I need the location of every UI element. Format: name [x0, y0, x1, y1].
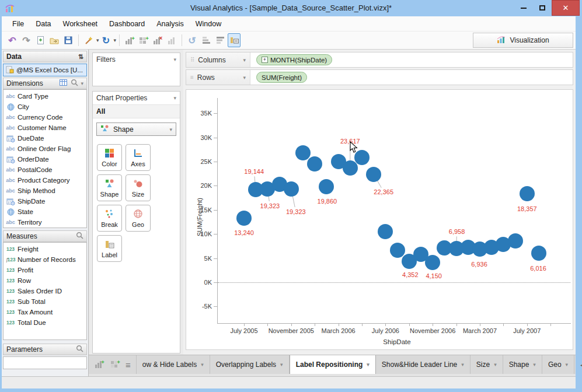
data-source-item[interactable]: @MS Excel Docs [U... — [3, 64, 87, 76]
rows-shelf-label[interactable]: ≡ Rows ▾ — [186, 70, 250, 85]
data-point-label[interactable]: 6,936 — [471, 261, 487, 268]
measure-field[interactable]: 123Tax Amount — [4, 307, 86, 317]
add-dashboard-icon[interactable]: + — [137, 33, 150, 47]
data-point[interactable] — [508, 233, 523, 249]
property-dropdown[interactable]: Shape ▾ — [96, 123, 176, 136]
measure-field[interactable]: 123Sales Order ID — [4, 286, 86, 296]
data-point[interactable] — [284, 181, 299, 197]
data-point[interactable] — [390, 243, 405, 258]
geo-property-button[interactable]: Geo — [126, 205, 151, 232]
data-point[interactable] — [366, 167, 381, 182]
data-point-label[interactable]: 6,016 — [530, 265, 546, 272]
dimension-field[interactable]: State — [4, 206, 86, 217]
sheet-list-icon[interactable]: ≡ — [126, 360, 131, 370]
caret-down-icon[interactable]: ▾ — [96, 37, 99, 43]
visualization-button[interactable]: Visualization — [473, 33, 573, 48]
measure-field[interactable]: 123Freight — [4, 244, 86, 254]
columns-pill[interactable]: + MONTH(ShipDate) — [256, 54, 332, 65]
expand-plus-icon[interactable]: + — [262, 57, 268, 63]
menu-worksheet[interactable]: Worksheet — [57, 18, 104, 30]
shape-property-button[interactable]: Shape — [97, 174, 122, 201]
caret-down-icon[interactable]: ▾ — [461, 362, 464, 368]
worksheet-tab[interactable]: Shape▾ — [503, 355, 542, 374]
maximize-button[interactable] — [533, 0, 552, 16]
swap-axes-icon[interactable]: ↺ — [186, 33, 198, 47]
data-point-label[interactable]: 4,352 — [402, 271, 419, 278]
data-point-label[interactable]: 19,860 — [318, 198, 337, 205]
worksheet-tab[interactable]: ow & Hide Labels▾ — [136, 355, 210, 374]
close-button[interactable]: ✕ — [552, 0, 580, 16]
label-property-button[interactable]: Label — [97, 235, 122, 262]
worksheet-tab[interactable]: Geo▾ — [542, 355, 574, 374]
data-point[interactable] — [378, 224, 393, 239]
minimize-button[interactable] — [514, 0, 533, 16]
delete-worksheet-icon[interactable]: × — [151, 33, 164, 47]
size-property-button[interactable]: Size — [126, 174, 151, 201]
dimension-field[interactable]: abcCurrency Code — [4, 112, 86, 123]
measures-section-header[interactable]: Measures — [3, 230, 87, 242]
show-labels-toggle-icon[interactable] — [228, 33, 241, 47]
caret-down-icon[interactable]: ▾ — [367, 362, 370, 368]
worksheet-tab[interactable]: Show&Hide Leader Line▾ — [376, 355, 471, 374]
color-property-button[interactable]: Color — [97, 144, 122, 171]
data-point-label[interactable]: 13,240 — [234, 229, 254, 236]
measure-field[interactable]: ƒ123Number of Records — [4, 254, 86, 265]
break-property-button[interactable]: Break — [97, 205, 122, 232]
dimension-field[interactable]: abcOnline Order Flag — [4, 144, 86, 154]
data-point[interactable] — [520, 186, 535, 201]
measure-field[interactable]: 123Sub Total — [4, 296, 86, 307]
data-point-label[interactable]: 19,323 — [286, 208, 306, 215]
dimension-field[interactable]: abcPostalCode — [4, 164, 86, 175]
data-point[interactable] — [343, 160, 358, 176]
rows-pill[interactable]: SUM(Freight) — [256, 72, 307, 83]
refresh-icon[interactable]: ↻ — [100, 33, 113, 47]
data-point-label[interactable]: 22,365 — [374, 188, 393, 195]
parameters-list[interactable] — [3, 356, 87, 369]
dimensions-section-header[interactable]: Dimensions ▾ — [3, 78, 87, 89]
data-point[interactable] — [531, 246, 546, 261]
sort-descending-icon[interactable] — [214, 33, 226, 47]
dimension-field[interactable]: abcProduct Category — [4, 175, 86, 186]
data-point-label[interactable]: 18,357 — [517, 205, 537, 212]
save-icon[interactable] — [62, 33, 75, 47]
caret-down-icon[interactable]: ▾ — [114, 37, 117, 43]
collapse-updown-icon[interactable]: ⇅ — [78, 53, 83, 61]
sort-ascending-icon[interactable] — [200, 33, 212, 47]
menu-window[interactable]: Window — [190, 18, 227, 30]
dimension-field[interactable]: abcTerritory — [4, 217, 86, 228]
measure-field[interactable]: 123Row — [4, 275, 86, 286]
data-point[interactable] — [307, 156, 322, 172]
data-point-label[interactable]: 4,150 — [426, 272, 442, 279]
measure-field[interactable]: 123Total Due — [4, 317, 86, 328]
menu-data[interactable]: Data — [30, 18, 57, 30]
menu-dashboard[interactable]: Dashboard — [103, 18, 151, 30]
dimension-field[interactable]: abcCustomer Name — [4, 123, 86, 133]
data-point[interactable] — [295, 145, 311, 160]
caret-down-icon[interactable]: ▾ — [81, 80, 83, 86]
measure-field[interactable]: 123Profit — [4, 265, 86, 275]
new-document-icon[interactable] — [34, 33, 47, 47]
worksheet-tab[interactable]: Size▾ — [471, 355, 503, 374]
caret-down-icon[interactable]: ▾ — [201, 362, 204, 368]
data-section-header[interactable]: Data ⇅ — [3, 51, 87, 62]
menu-file[interactable]: File — [6, 18, 30, 30]
redo-icon[interactable]: ↷ — [20, 33, 33, 47]
menu-analysis[interactable]: Analysis — [151, 18, 190, 30]
columns-shelf-label[interactable]: ⠿ Columns ▾ — [186, 52, 250, 67]
parameters-section-header[interactable]: Parameters — [3, 344, 87, 355]
duplicate-worksheet-icon[interactable] — [165, 33, 178, 47]
caret-down-icon[interactable]: ▾ — [280, 362, 283, 368]
data-point-label[interactable]: 19,144 — [244, 168, 264, 175]
caret-down-icon[interactable]: ▾ — [173, 95, 176, 101]
data-point[interactable] — [236, 211, 252, 226]
data-point-label[interactable]: 6,958 — [449, 228, 465, 235]
search-icon[interactable] — [71, 79, 78, 88]
search-icon[interactable] — [76, 345, 83, 354]
data-point[interactable] — [319, 179, 334, 194]
data-point-label[interactable]: 19,323 — [260, 202, 280, 209]
search-icon[interactable] — [76, 232, 83, 241]
dimension-field[interactable]: abcCard Type — [4, 91, 86, 102]
view-as-table-icon[interactable] — [60, 79, 67, 88]
dimension-field[interactable]: OrderDate — [4, 154, 86, 164]
caret-down-icon[interactable]: ▾ — [566, 362, 569, 368]
